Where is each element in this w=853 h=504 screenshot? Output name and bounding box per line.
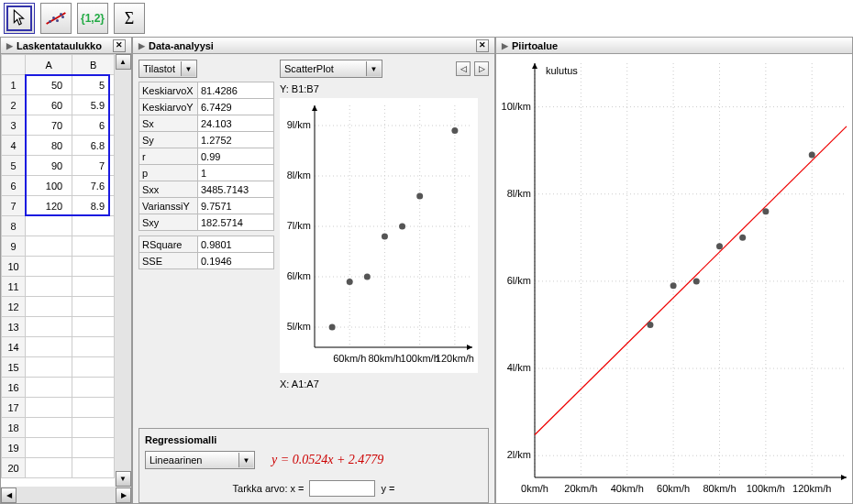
cell[interactable] (26, 257, 72, 277)
cell[interactable] (72, 458, 115, 478)
col-header-B[interactable]: B (72, 55, 115, 75)
svg-text:2l/km: 2l/km (507, 449, 531, 460)
row-header[interactable]: 18 (2, 418, 26, 438)
cell[interactable] (72, 297, 115, 317)
cell[interactable] (26, 277, 72, 297)
row-header[interactable]: 12 (2, 297, 26, 317)
row-header[interactable]: 6 (2, 176, 26, 196)
row-header[interactable]: 7 (2, 196, 26, 216)
horizontal-scrollbar[interactable]: ◀ ▶ (1, 487, 131, 503)
cell[interactable] (26, 337, 72, 357)
svg-text:60km/h: 60km/h (657, 483, 690, 494)
scroll-right-icon[interactable]: ▶ (116, 488, 131, 503)
close-icon[interactable]: ✕ (476, 39, 489, 52)
cell[interactable]: 5 (72, 75, 115, 95)
row-header[interactable]: 15 (2, 357, 26, 378)
row-header[interactable]: 10 (2, 257, 26, 277)
stat-key: SSE (139, 253, 198, 269)
row-header[interactable]: 19 (2, 438, 26, 458)
cell[interactable]: 7.6 (72, 176, 115, 196)
row-header[interactable]: 9 (2, 236, 26, 257)
vertical-scrollbar[interactable]: ▲ ▼ (115, 54, 131, 487)
sum-tool-button[interactable]: Σ (114, 3, 145, 34)
statistics-dropdown[interactable]: Tilastot ▼ (138, 60, 197, 78)
cell[interactable] (26, 438, 72, 458)
prev-plot-button[interactable]: ◁ (456, 61, 471, 76)
cell[interactable]: 6.8 (72, 136, 115, 156)
cell[interactable] (26, 216, 72, 236)
svg-marker-55 (532, 63, 537, 69)
regression-model-dropdown[interactable]: Lineaarinen ▼ (145, 451, 255, 469)
cell[interactable]: 6 (72, 115, 115, 136)
cell[interactable] (26, 418, 72, 438)
row-header[interactable]: 8 (2, 216, 26, 236)
row-header[interactable]: 3 (2, 115, 26, 136)
plot-type-dropdown[interactable]: ScatterPlot ▼ (280, 60, 382, 78)
cell[interactable]: 90 (26, 156, 72, 176)
row-header[interactable]: 17 (2, 398, 26, 418)
row-header[interactable]: 16 (2, 378, 26, 398)
plot-area-header[interactable]: ▶ Piirtoalue (496, 38, 852, 54)
next-plot-button[interactable]: ▷ (474, 61, 489, 76)
row-header[interactable]: 5 (2, 156, 26, 176)
cell[interactable] (26, 297, 72, 317)
cell[interactable] (26, 398, 72, 418)
plot-area-body[interactable]: 2l/km4l/km6l/km8l/km10l/km0km/h20km/h40k… (496, 54, 852, 503)
scroll-down-icon[interactable]: ▼ (116, 471, 131, 487)
cell[interactable] (26, 378, 72, 398)
cell[interactable] (26, 236, 72, 257)
cell[interactable]: 7 (72, 156, 115, 176)
cell[interactable] (72, 337, 115, 357)
close-icon[interactable]: ✕ (113, 39, 126, 52)
cell[interactable]: 70 (26, 115, 72, 136)
cell[interactable] (26, 317, 72, 337)
cell[interactable] (72, 277, 115, 297)
spreadsheet-body[interactable]: AB 1 50 52 60 5.93 70 64 80 6.85 90 76 1… (1, 54, 115, 487)
cell[interactable] (72, 357, 115, 378)
cell[interactable] (26, 458, 72, 478)
cell[interactable]: 8.9 (72, 196, 115, 216)
y-equals-label: y = (381, 483, 394, 494)
row-header[interactable]: 14 (2, 337, 26, 357)
scroll-left-icon[interactable]: ◀ (1, 488, 17, 503)
spreadsheet-header[interactable]: ▶ Laskentataulukko ✕ (1, 38, 131, 54)
svg-marker-21 (467, 345, 472, 350)
row-header[interactable]: 11 (2, 277, 26, 297)
sigma-icon: Σ (125, 9, 134, 28)
cell[interactable] (72, 317, 115, 337)
cell[interactable] (72, 438, 115, 458)
cell[interactable]: 60 (26, 95, 72, 115)
cell[interactable] (72, 378, 115, 398)
regression-tool-button[interactable] (40, 3, 72, 34)
svg-point-23 (347, 279, 353, 285)
cell[interactable] (72, 418, 115, 438)
cell[interactable]: 50 (26, 75, 72, 95)
cell[interactable]: 5.9 (72, 95, 115, 115)
cell[interactable]: 100 (26, 176, 72, 196)
data-analysis-header[interactable]: ▶ Data-analyysi ✕ (133, 38, 494, 54)
spreadsheet-title: Laskentataulukko (17, 40, 102, 51)
row-header[interactable]: 13 (2, 317, 26, 337)
scroll-up-icon[interactable]: ▲ (116, 54, 131, 70)
stat-value: 9.7571 (198, 198, 274, 214)
cell[interactable] (72, 216, 115, 236)
cell[interactable] (72, 236, 115, 257)
set-tool-button[interactable]: {1,2} (77, 3, 108, 34)
row-header[interactable]: 1 (2, 75, 26, 95)
exact-x-input[interactable] (309, 480, 375, 497)
cell[interactable] (72, 257, 115, 277)
row-header[interactable]: 20 (2, 458, 26, 478)
cell[interactable] (26, 357, 72, 378)
svg-point-60 (693, 278, 700, 284)
row-header[interactable]: 2 (2, 95, 26, 115)
cell[interactable] (72, 398, 115, 418)
svg-text:60km/h: 60km/h (333, 353, 366, 364)
cell[interactable]: 80 (26, 136, 72, 156)
svg-text:8l/km: 8l/km (287, 170, 311, 181)
stat-value: 1.2752 (198, 132, 274, 148)
col-header-A[interactable]: A (26, 55, 72, 75)
pointer-tool-button[interactable] (4, 3, 35, 34)
row-header[interactable]: 4 (2, 136, 26, 156)
cell[interactable]: 120 (26, 196, 72, 216)
scatter-x-label: X: A1:A7 (280, 378, 489, 389)
